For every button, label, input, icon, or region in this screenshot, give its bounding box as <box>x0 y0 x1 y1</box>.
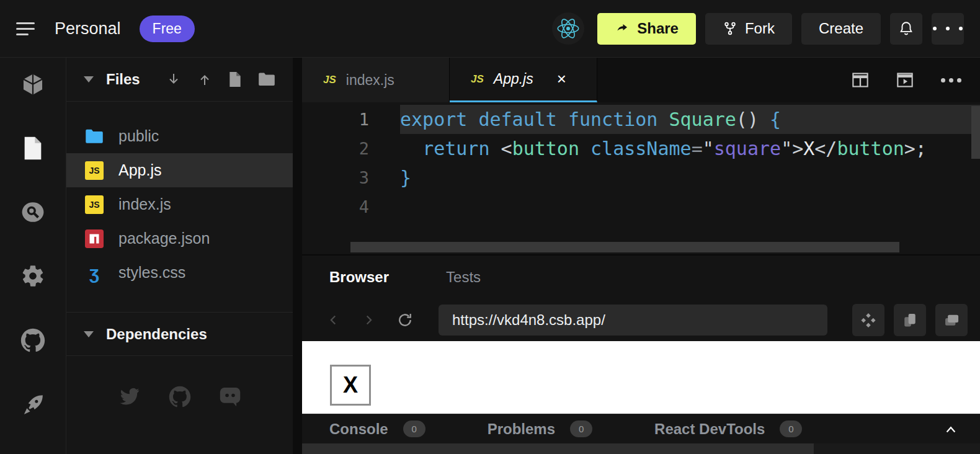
hamburger-menu-icon[interactable] <box>16 19 36 39</box>
discord-icon[interactable] <box>218 386 242 408</box>
activity-bar <box>0 58 66 454</box>
gear-icon[interactable] <box>20 264 45 288</box>
css-icon: ʒ <box>85 264 104 282</box>
count-badge: 0 <box>570 421 592 437</box>
tab-label: React DevTools <box>654 421 765 438</box>
plan-badge: Free <box>140 16 195 42</box>
line-number: 2 <box>302 139 400 158</box>
create-button[interactable]: Create <box>801 13 881 45</box>
download-icon[interactable] <box>166 71 181 87</box>
share-arrow-icon <box>615 21 630 36</box>
js-icon: JS <box>85 195 104 214</box>
vertical-scrollbar[interactable] <box>971 106 980 159</box>
refresh-icon[interactable] <box>396 311 414 329</box>
responsive-icon[interactable] <box>852 304 884 336</box>
file-name: App.js <box>118 161 161 179</box>
file-item-styles.css[interactable]: ʒstyles.css <box>66 256 293 290</box>
file-explorer: Files publicJSApp.jsJSindex.jspackage.js… <box>66 58 293 454</box>
file-name: index.js <box>118 195 171 213</box>
top-bar: Personal Free Share Fork <box>0 0 980 58</box>
twitter-icon[interactable] <box>118 386 141 408</box>
chevron-down-icon <box>84 76 94 82</box>
file-list: publicJSApp.jsJSindex.jspackage.jsonʒsty… <box>66 102 293 290</box>
count-badge: 0 <box>403 421 425 437</box>
workbench: JS index.js JS App.js × 1export default … <box>302 58 980 454</box>
js-icon: JS <box>85 161 104 180</box>
tab-console[interactable]: Console0 <box>329 421 425 438</box>
chevron-up-icon[interactable] <box>944 424 958 435</box>
dependencies-section-header[interactable]: Dependencies <box>66 312 293 356</box>
js-icon: JS <box>323 74 336 86</box>
tab-react-devtools[interactable]: React DevTools0 <box>654 421 802 438</box>
cube-icon[interactable] <box>21 73 45 96</box>
file-item-public[interactable]: public <box>66 119 293 153</box>
file-item-index.js[interactable]: JSindex.js <box>66 187 293 221</box>
code-lines: 1export default function Square() {2 ret… <box>302 105 980 221</box>
dependencies-title: Dependencies <box>106 326 207 343</box>
github-icon[interactable] <box>20 328 45 353</box>
tab-problems[interactable]: Problems0 <box>488 421 592 438</box>
file-name: package.json <box>118 229 210 247</box>
notifications-bell-icon[interactable] <box>890 13 922 45</box>
panel-resizer[interactable] <box>293 58 302 454</box>
workspace-name[interactable]: Personal <box>55 19 121 38</box>
square-x-button[interactable]: X <box>330 365 371 406</box>
new-file-icon[interactable] <box>228 71 242 87</box>
bottom-tabs: Console0Problems0React DevTools0 <box>329 421 802 438</box>
code-line-content: export default function Square() { <box>400 105 980 134</box>
tab-app-js[interactable]: JS App.js × <box>450 58 597 102</box>
code-line-1[interactable]: 1export default function Square() { <box>302 105 980 134</box>
file-item-package.json[interactable]: package.json <box>66 221 293 256</box>
forward-icon[interactable] <box>362 312 375 328</box>
url-text: https://vkd4n8.csb.app/ <box>452 311 605 329</box>
line-number: 1 <box>302 110 400 129</box>
url-bar[interactable]: https://vkd4n8.csb.app/ <box>439 305 827 336</box>
browser-preview: X <box>302 341 980 414</box>
back-icon[interactable] <box>327 312 341 328</box>
ellipsis-icon[interactable] <box>941 78 961 82</box>
code-line-2[interactable]: 2 return <button className="square">X</b… <box>302 134 980 163</box>
browser-toolbar: https://vkd4n8.csb.app/ <box>302 299 980 341</box>
devtools-panel: Browser Tests https://vkd4n8.csb.app/ <box>302 254 980 454</box>
npm-icon <box>85 229 104 248</box>
github-icon[interactable] <box>169 386 191 408</box>
tab-label: Problems <box>488 421 555 438</box>
count-badge: 0 <box>780 421 802 437</box>
tab-tests[interactable]: Tests <box>446 269 481 286</box>
react-logo-icon <box>552 12 584 45</box>
kebab-menu-icon[interactable] <box>932 13 964 45</box>
tab-browser[interactable]: Browser <box>329 269 389 286</box>
rocket-icon[interactable] <box>20 393 45 417</box>
file-item-App.js[interactable]: JSApp.js <box>66 153 293 187</box>
upload-icon[interactable] <box>197 71 212 87</box>
search-icon[interactable] <box>20 200 45 224</box>
social-links <box>66 386 293 408</box>
code-editor[interactable]: 1export default function Square() {2 ret… <box>302 102 980 254</box>
code-line-3[interactable]: 3} <box>302 163 980 192</box>
fork-button[interactable]: Fork <box>705 13 792 45</box>
bottom-scrollbar[interactable] <box>302 443 980 454</box>
line-number: 4 <box>302 197 400 216</box>
open-window-icon[interactable] <box>894 304 926 336</box>
code-line-4[interactable]: 4 <box>302 192 980 221</box>
file-icon[interactable] <box>22 136 43 161</box>
code-line-content: } <box>400 163 980 192</box>
tab-label: Console <box>329 421 388 438</box>
file-name: styles.css <box>118 264 185 282</box>
close-icon[interactable]: × <box>557 69 566 89</box>
preview-icon[interactable] <box>896 72 914 88</box>
horizontal-scrollbar[interactable] <box>350 242 899 252</box>
files-title: Files <box>106 71 140 88</box>
code-line-content <box>400 192 980 221</box>
fork-icon <box>723 21 737 36</box>
js-icon: JS <box>471 73 484 86</box>
share-button[interactable]: Share <box>597 13 696 45</box>
new-folder-icon[interactable] <box>258 72 275 87</box>
tab-index-js[interactable]: JS index.js <box>302 58 450 102</box>
code-line-content: return <button className="square">X</but… <box>400 134 980 163</box>
editor-tab-bar: JS index.js JS App.js × <box>302 58 980 102</box>
file-name: public <box>118 127 159 145</box>
files-section-header[interactable]: Files <box>66 58 293 102</box>
duplicate-icon[interactable] <box>935 304 968 336</box>
split-view-icon[interactable] <box>852 72 869 88</box>
